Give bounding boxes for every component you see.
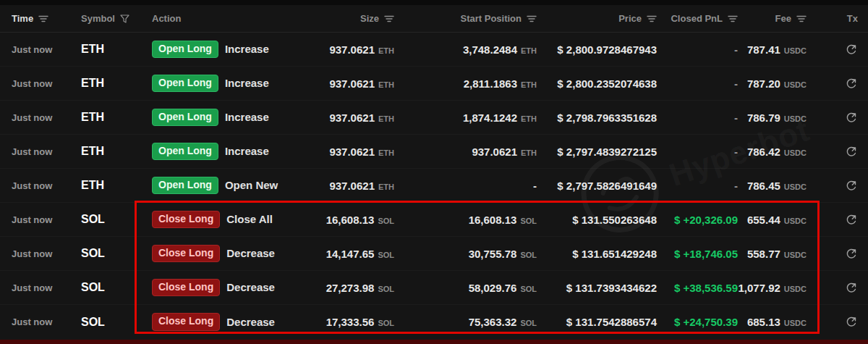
column-header-time[interactable]: Time — [0, 13, 81, 24]
column-label-closed-pnl: Closed PnL — [671, 13, 723, 24]
closed-pnl-cell: - — [657, 146, 738, 158]
size-cell: 937.0621 ETH — [300, 77, 394, 90]
start-position-value: 3,748.2484 — [463, 43, 517, 56]
closed-pnl-cell: $ +38,536.59 — [657, 282, 738, 294]
column-header-size[interactable]: Size — [300, 13, 394, 24]
tx-cell — [807, 43, 858, 56]
fee-value: 558.77 — [747, 248, 780, 260]
table-row: Just now ETH Open Long Increase 937.0621… — [0, 135, 868, 169]
size-cell: 937.0621 ETH — [300, 43, 394, 56]
closed-pnl-value: $ +20,326.09 — [674, 214, 738, 226]
fee-value: 786.42 — [747, 146, 780, 158]
fee-unit: USDC — [784, 148, 807, 157]
start-position-cell: 16,608.13 SOL — [394, 214, 537, 226]
column-header-start-position[interactable]: Start Position — [394, 13, 537, 24]
closed-pnl-value: $ +38,536.59 — [674, 282, 738, 294]
price-cell: $ 2,797.5826491649 — [537, 180, 657, 192]
closed-pnl-cell: - — [657, 43, 738, 56]
tx-link-icon[interactable] — [846, 112, 858, 124]
table-row: Just now SOL Close Long Decrease 17,333.… — [0, 305, 868, 339]
tx-cell — [807, 248, 858, 260]
start-position-value: 16,608.13 — [469, 214, 517, 226]
action-type-label: Decrease — [226, 247, 275, 259]
sort-bars-icon[interactable] — [647, 15, 657, 22]
size-unit: SOL — [378, 217, 394, 225]
tx-cell — [807, 77, 858, 90]
price-cell: $ 131.7542886574 — [537, 316, 657, 328]
fee-unit: USDC — [784, 251, 807, 259]
size-unit: ETH — [378, 114, 394, 123]
action-type-label: Close All — [226, 213, 273, 225]
fee-value: 655.44 — [747, 214, 780, 226]
action-badge: Open Long — [152, 109, 218, 126]
tx-link-icon[interactable] — [846, 282, 858, 294]
column-label-time: Time — [12, 13, 33, 24]
price-value: $ 2,797.5826491649 — [557, 180, 657, 192]
sort-bars-icon[interactable] — [384, 15, 394, 22]
size-unit: ETH — [378, 46, 394, 55]
action-badge: Close Long — [152, 279, 220, 296]
tx-link-icon[interactable] — [846, 316, 858, 328]
tx-link-icon[interactable] — [846, 180, 858, 192]
price-cell: $ 2,798.7963351628 — [537, 112, 657, 124]
sort-bars-icon[interactable] — [796, 15, 807, 22]
start-position-cell: 3,748.2484 ETH — [394, 43, 537, 56]
tx-link-icon[interactable] — [846, 77, 858, 90]
fee-cell: 558.77 USDC — [738, 248, 807, 260]
fee-value: 787.20 — [747, 77, 780, 90]
tx-link-icon[interactable] — [846, 43, 858, 56]
start-position-unit: SOL — [520, 319, 537, 327]
fee-unit: USDC — [784, 46, 807, 55]
start-position-value: 937.0621 — [472, 146, 517, 158]
price-cell: $ 131.7393434622 — [537, 282, 657, 294]
column-label-start-position: Start Position — [460, 13, 522, 24]
column-header-closed-pnl[interactable]: Closed PnL — [657, 13, 738, 24]
size-unit: SOL — [378, 251, 394, 259]
size-cell: 27,273.98 SOL — [300, 282, 394, 294]
closed-pnl-cell: $ +18,746.05 — [657, 248, 738, 260]
column-label-symbol: Symbol — [81, 13, 115, 24]
column-header-fee[interactable]: Fee — [738, 13, 807, 24]
sort-bars-icon[interactable] — [38, 15, 48, 22]
fee-unit: USDC — [784, 285, 807, 293]
symbol-cell: SOL — [81, 316, 145, 329]
fee-value: 786.79 — [747, 112, 780, 124]
tx-cell — [807, 146, 858, 158]
tx-link-icon[interactable] — [846, 146, 858, 158]
start-position-unit: ETH — [521, 80, 537, 89]
size-value: 937.0621 — [329, 146, 375, 158]
column-header-tx[interactable]: Tx — [807, 13, 858, 24]
start-position-unit: SOL — [520, 217, 537, 225]
column-label-tx: Tx — [847, 13, 858, 24]
column-header-action[interactable]: Action — [145, 13, 300, 24]
start-position-value: 30,755.78 — [469, 248, 517, 260]
action-cell: Open Long Increase — [145, 75, 300, 92]
sort-bars-icon[interactable] — [527, 15, 537, 22]
action-type-label: Increase — [225, 111, 269, 123]
column-header-price[interactable]: Price — [537, 13, 657, 24]
column-header-symbol[interactable]: Symbol — [81, 13, 145, 24]
time-cell: Just now — [0, 146, 81, 157]
size-value: 937.0621 — [329, 77, 375, 90]
fee-value: 1,077.92 — [738, 282, 780, 294]
size-value: 16,608.13 — [326, 214, 375, 226]
action-type-label: Decrease — [226, 316, 275, 328]
time-cell: Just now — [0, 44, 81, 55]
size-unit: ETH — [378, 80, 394, 89]
tx-link-icon[interactable] — [846, 248, 858, 260]
action-badge: Close Long — [152, 245, 220, 262]
tx-link-icon[interactable] — [846, 214, 858, 226]
start-position-cell: 937.0621 ETH — [394, 146, 537, 158]
fee-value: 685.13 — [747, 316, 780, 328]
sort-bars-icon[interactable] — [728, 15, 738, 22]
size-value: 937.0621 — [329, 43, 375, 56]
filter-funnel-icon[interactable] — [120, 14, 129, 23]
column-label-size: Size — [360, 13, 379, 24]
fee-cell: 786.42 USDC — [738, 146, 807, 158]
symbol-cell: SOL — [81, 281, 145, 294]
start-position-value: 58,029.76 — [469, 282, 517, 294]
start-position-unit: ETH — [521, 46, 537, 55]
size-cell: 14,147.65 SOL — [300, 248, 394, 260]
size-value: 27,273.98 — [326, 282, 375, 294]
closed-pnl-value: $ +24,750.39 — [674, 316, 738, 328]
